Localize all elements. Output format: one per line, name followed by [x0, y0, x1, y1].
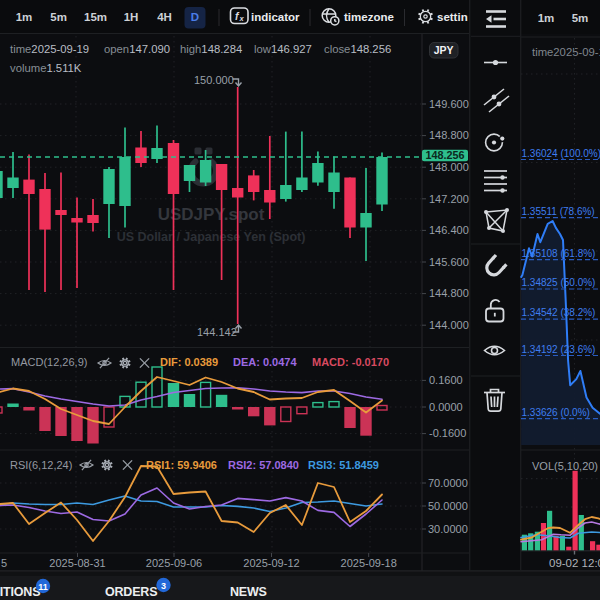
svg-text:ORDERS: ORDERS: [105, 585, 157, 599]
svg-text:JPY: JPY: [434, 44, 454, 56]
svg-text:POSITIONS: POSITIONS: [0, 585, 40, 599]
svg-text:1.34825 (50.0%): 1.34825 (50.0%): [522, 277, 596, 288]
svg-text:148.800: 148.800: [429, 129, 469, 141]
svg-text:3: 3: [161, 581, 166, 591]
svg-text:0.1600: 0.1600: [429, 374, 463, 386]
svg-text:30.0000: 30.0000: [428, 523, 468, 535]
svg-text:MACD: -0.0170: MACD: -0.0170: [312, 356, 389, 368]
svg-text:2025-09-12: 2025-09-12: [243, 557, 299, 569]
svg-text:2025-09-06: 2025-09-06: [146, 557, 202, 569]
svg-text:VOL(5,10,20): VOL(5,10,20): [532, 460, 598, 472]
svg-text:DIF: 0.0389: DIF: 0.0389: [160, 356, 218, 368]
svg-text:high148.284: high148.284: [180, 43, 242, 55]
svg-text:5m: 5m: [50, 11, 67, 23]
svg-text:50.0000: 50.0000: [428, 500, 468, 512]
svg-text:RSI1: 59.9406: RSI1: 59.9406: [146, 459, 217, 471]
svg-text:volume1.511K: volume1.511K: [10, 62, 82, 74]
svg-text:11: 11: [38, 582, 48, 592]
svg-text:146.400: 146.400: [429, 224, 469, 236]
svg-text:149.600: 149.600: [429, 98, 469, 110]
svg-text:4H: 4H: [157, 11, 172, 23]
svg-text:70.0000: 70.0000: [428, 477, 468, 489]
svg-text:144.000: 144.000: [429, 319, 469, 331]
svg-text:x: x: [239, 14, 245, 23]
svg-text:1.35511 (78.6%): 1.35511 (78.6%): [522, 206, 595, 217]
svg-text:DEA: 0.0474: DEA: 0.0474: [233, 356, 297, 368]
svg-text:148.000: 148.000: [429, 161, 469, 173]
svg-text:RSI(6,12,24): RSI(6,12,24): [10, 459, 72, 471]
svg-text:150.000: 150.000: [194, 74, 234, 86]
svg-text:RSI2: 57.0840: RSI2: 57.0840: [228, 459, 299, 471]
svg-text:1.35108 (61.8%): 1.35108 (61.8%): [522, 248, 596, 259]
svg-text:1.33626 (0.0%): 1.33626 (0.0%): [522, 407, 590, 418]
svg-text:144.142: 144.142: [197, 326, 237, 338]
svg-text:time2025-09-1: time2025-09-1: [532, 46, 600, 58]
svg-text:148.256: 148.256: [425, 149, 464, 161]
svg-text:timezone: timezone: [344, 11, 394, 23]
svg-text:settin: settin: [437, 11, 468, 23]
svg-text:NEWS: NEWS: [230, 585, 267, 599]
svg-text:0.0000: 0.0000: [429, 401, 463, 413]
svg-text:1H: 1H: [124, 11, 139, 23]
svg-text:2025-09-18: 2025-09-18: [341, 557, 397, 569]
svg-text:RSI3: 51.8459: RSI3: 51.8459: [308, 459, 379, 471]
svg-text:-0.1600: -0.1600: [429, 427, 466, 439]
svg-text:5m: 5m: [572, 12, 589, 24]
svg-text:145.600: 145.600: [429, 256, 469, 268]
svg-text:1.36024 (100.0%): 1.36024 (100.0%): [522, 148, 600, 159]
svg-text:D: D: [191, 11, 199, 23]
svg-text:2025-08-31: 2025-08-31: [49, 557, 105, 569]
svg-text:MACD(12,26,9): MACD(12,26,9): [11, 356, 87, 368]
svg-text:low146.927: low146.927: [254, 43, 312, 55]
svg-text:1m: 1m: [16, 11, 33, 23]
svg-text:15m: 15m: [84, 11, 107, 23]
svg-text:147.200: 147.200: [429, 193, 469, 205]
svg-text:1.34542 (38.2%): 1.34542 (38.2%): [522, 307, 596, 318]
svg-text:indicator: indicator: [251, 11, 300, 23]
svg-text:open147.090: open147.090: [104, 43, 170, 55]
svg-text:US Dollar / Japanese Yen (Spot: US Dollar / Japanese Yen (Spot): [117, 230, 306, 244]
svg-text:close148.256: close148.256: [324, 43, 391, 55]
svg-text:time2025-09-19: time2025-09-19: [10, 43, 89, 55]
svg-text:09-02 12:00: 09-02 12:00: [549, 557, 600, 569]
svg-text:5: 5: [1, 557, 7, 569]
svg-text:144.800: 144.800: [429, 287, 469, 299]
svg-text:1m: 1m: [538, 12, 555, 24]
svg-text:1.34192 (23.6%): 1.34192 (23.6%): [522, 344, 596, 355]
